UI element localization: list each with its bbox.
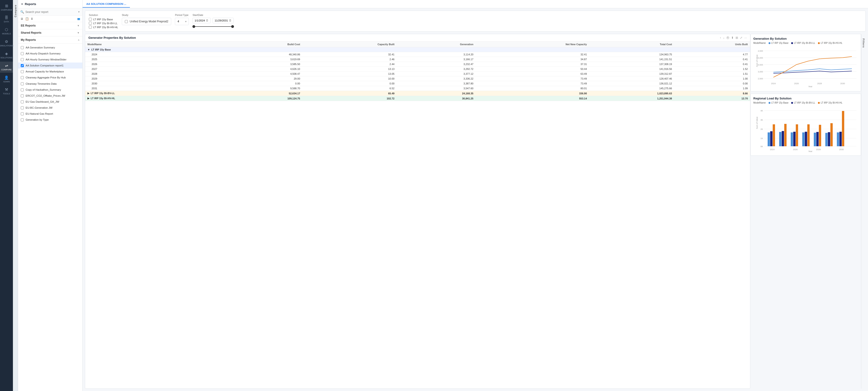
report-checkbox[interactable] bbox=[21, 118, 24, 121]
solution-checkbox-bi-bv-ll[interactable] bbox=[89, 22, 92, 25]
solution-option-bi-bv-ll[interactable]: LT IRP 15y BI-BV-LL bbox=[89, 22, 118, 25]
nav-solutions[interactable]: ◈ SOLUTIONS bbox=[0, 50, 13, 61]
columns-icon[interactable]: ⦿ bbox=[726, 36, 729, 39]
list-item[interactable]: EU-BC-Generation JW bbox=[18, 105, 82, 111]
sort-asc-icon[interactable]: ↑ bbox=[720, 36, 721, 39]
period-select[interactable]: 4 bbox=[175, 18, 189, 25]
calendar-end-icon[interactable]: 🗓 bbox=[229, 19, 231, 22]
svg-rect-46 bbox=[842, 111, 844, 146]
svg-rect-31 bbox=[784, 124, 786, 146]
list-item-selected[interactable]: AA Solution Comparison report1 bbox=[18, 63, 82, 68]
search-box[interactable]: 🔍 ▼ bbox=[18, 8, 82, 16]
expand-icon[interactable]: ⤢ bbox=[740, 36, 743, 39]
col-modelname[interactable]: ModelName bbox=[85, 41, 226, 47]
list-item[interactable]: Clearway Timeseries Data bbox=[18, 81, 82, 87]
nav-simulations[interactable]: ⚙ SIMULATIONS bbox=[0, 38, 13, 49]
col-build-cost[interactable]: Build Cost bbox=[226, 41, 303, 47]
content-body: Generator Properties By Solution ↑ ↓ ⦿ ⬆… bbox=[85, 34, 866, 389]
report-checkbox[interactable] bbox=[21, 94, 24, 97]
list-item[interactable]: AA Generation Summary bbox=[18, 44, 82, 51]
nav-data[interactable]: 🗄 DATA bbox=[0, 14, 13, 25]
overview-icon: ⊞ bbox=[5, 4, 8, 8]
cell-build-cost: 109,124.75 bbox=[226, 96, 303, 101]
report-checkbox[interactable] bbox=[21, 100, 24, 103]
solution-option-base[interactable]: LT IRP 15y Base bbox=[89, 18, 118, 21]
nav-models[interactable]: ⬡ MODELS bbox=[0, 26, 13, 37]
svg-text:2026: 2026 bbox=[794, 83, 799, 85]
solution-checkbox-bi-hv-hl[interactable] bbox=[89, 26, 92, 29]
solution-options: LT IRP 15y Base LT IRP 15y BI-BV-LL LT I… bbox=[89, 18, 118, 29]
cell-build-cost: 3,619.69 bbox=[226, 57, 303, 62]
group-name-bi-hv-hl: ▶LT IRP 15y BI-HV-HL bbox=[85, 96, 226, 101]
data-icon: 🗄 bbox=[5, 16, 8, 20]
line-chart-svg: 4,500 4,000 3,500 3,000 2,500 2024 2026 … bbox=[753, 46, 858, 88]
report-checkbox[interactable] bbox=[21, 88, 24, 91]
calendar-start-icon[interactable]: 🗓 bbox=[206, 19, 209, 22]
list-item[interactable]: EU Gas Dashboard_GA_JW bbox=[18, 99, 82, 105]
nav-tools[interactable]: ⚒ TOOLS bbox=[0, 86, 13, 97]
table-row: ▶LT IRP 15y BI-BV-LL 52,634.17 65.49 24,… bbox=[85, 91, 750, 96]
download-icon[interactable]: ⬇ bbox=[31, 17, 33, 21]
nav-admin[interactable]: 👤 ADMIN bbox=[0, 74, 13, 85]
svg-rect-28 bbox=[773, 124, 775, 146]
cell-build-cost: 52,634.17 bbox=[226, 91, 303, 96]
list-item[interactable]: Copy of Hackathon_Summary bbox=[18, 87, 82, 93]
report-checkbox[interactable] bbox=[21, 112, 24, 115]
nav-compare[interactable]: ⇌ COMPARE bbox=[0, 62, 13, 73]
report-checkbox[interactable] bbox=[21, 106, 24, 109]
report-checkbox[interactable] bbox=[21, 64, 24, 67]
range-thumb-left[interactable] bbox=[192, 25, 195, 28]
filter-icon[interactable]: ⊞ bbox=[736, 36, 738, 39]
report-checkbox[interactable] bbox=[21, 46, 24, 49]
report-checkbox[interactable] bbox=[21, 76, 24, 79]
study-checkbox[interactable] bbox=[125, 20, 128, 23]
report-checkbox[interactable] bbox=[21, 52, 24, 55]
col-total-cost[interactable]: Total Cost bbox=[589, 41, 675, 47]
list-item[interactable]: AA Hourly Summary WindowSlider bbox=[18, 57, 82, 63]
more-icon[interactable]: ··· bbox=[744, 36, 747, 39]
list-item[interactable]: Annual Capacity for Marketplace bbox=[18, 68, 82, 74]
report-checkbox[interactable] bbox=[21, 70, 24, 73]
my-reports-section[interactable]: My Reports ∧ bbox=[18, 36, 82, 43]
cell-net-new-capacity: 80.01 bbox=[476, 86, 589, 91]
col-capacity-built[interactable]: Capacity Built bbox=[303, 41, 397, 47]
col-generation[interactable]: Generation bbox=[397, 41, 476, 47]
legend-label-base: LT IRP 15y Base bbox=[771, 42, 788, 44]
nav-overview[interactable]: ⊞ OVERVIEW bbox=[0, 2, 13, 13]
copy-icon[interactable]: 📋 bbox=[25, 17, 29, 21]
list-item[interactable]: Clearway Aggregate Price By Hub bbox=[18, 74, 82, 80]
solution-name-bi-hv-hl: LT IRP 15y BI-HV-HL bbox=[93, 26, 118, 29]
search-input[interactable] bbox=[25, 10, 76, 13]
filters-sidebar[interactable]: Filters bbox=[861, 34, 866, 389]
report-label: EU Gas Dashboard_GA_JW bbox=[26, 100, 59, 104]
search-dropdown-icon[interactable]: ▼ bbox=[78, 11, 80, 13]
table-section: Generator Properties By Solution ↑ ↓ ⦿ ⬆… bbox=[85, 34, 750, 389]
list-item[interactable]: ERCOT_CO2_Offtake_Prices JW bbox=[18, 93, 82, 99]
list-item[interactable]: AA Hourly Dispatch Summary bbox=[18, 51, 82, 57]
solution-checkbox-base[interactable] bbox=[89, 18, 92, 21]
table-header-row: Generator Properties By Solution ↑ ↓ ⦿ ⬆… bbox=[85, 34, 750, 41]
sort-desc-icon[interactable]: ↓ bbox=[723, 36, 725, 39]
report-checkbox[interactable] bbox=[21, 83, 24, 85]
desktop-icon[interactable]: 🖥 bbox=[20, 17, 23, 21]
cell-build-cost: 3,585.50 bbox=[226, 62, 303, 67]
cell-generation: 30,841.25 bbox=[397, 96, 476, 101]
col-net-new-capacity[interactable]: Net New Capacity bbox=[476, 41, 589, 47]
line-chart-title: Generation By Solution bbox=[753, 37, 858, 40]
center-area: Generator Properties By Solution ↑ ↓ ⦿ ⬆… bbox=[85, 34, 750, 389]
list-item[interactable]: Generation by Type bbox=[18, 117, 82, 123]
solution-option-bi-hv-hl[interactable]: LT IRP 15y BI-HV-HL bbox=[89, 26, 118, 29]
date-end-value: 11/29/2031 bbox=[215, 19, 228, 22]
ee-reports-section[interactable]: EE Reports ▼ bbox=[18, 22, 82, 29]
solution-control: Solution LT IRP 15y Base LT IRP 15y BI-B… bbox=[89, 13, 118, 29]
export-icon[interactable]: ⬆ bbox=[731, 36, 734, 39]
range-thumb-right[interactable] bbox=[231, 25, 234, 28]
list-item[interactable]: EU-Natural Gas Report bbox=[18, 111, 82, 117]
date-range-slider[interactable] bbox=[192, 25, 234, 28]
report-checkbox[interactable] bbox=[21, 58, 24, 61]
cell-capacity-built: 2.46 bbox=[303, 57, 397, 62]
shared-reports-section[interactable]: Shared Reports ▼ bbox=[18, 29, 82, 36]
legend-dot-base bbox=[769, 42, 770, 44]
col-units-built[interactable]: Units Built bbox=[674, 41, 750, 47]
tab-aa-solution-comparison[interactable]: AA SOLUTION COMPARISON ... bbox=[83, 1, 130, 8]
